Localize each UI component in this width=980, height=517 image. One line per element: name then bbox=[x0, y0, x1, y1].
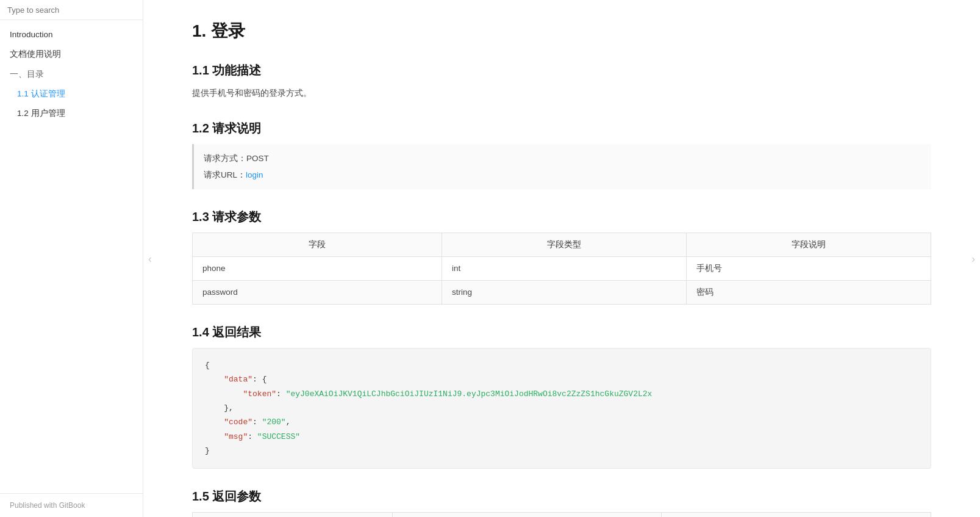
section-title-1-1: 1.1 功能描述 bbox=[192, 62, 931, 79]
sidebar-item-introduction[interactable]: Introduction bbox=[0, 25, 143, 45]
response-params-table: 字段 字段类型 字段说明 tokenstringtoken值 bbox=[192, 512, 931, 517]
request-url-label: 请求URL： bbox=[204, 170, 246, 179]
sidebar-footer: Published with GitBook bbox=[0, 493, 143, 517]
section-title-1-2: 1.2 请求说明 bbox=[192, 120, 931, 137]
section-title-1-5: 1.5 返回参数 bbox=[192, 488, 931, 505]
col-header-field-2: 字段 bbox=[193, 512, 393, 517]
col-header-desc-2: 字段说明 bbox=[662, 512, 931, 517]
section-title-1-4: 1.4 返回结果 bbox=[192, 324, 931, 341]
col-header-field-1: 字段 bbox=[193, 233, 442, 256]
sidebar-item-auth-mgmt[interactable]: 1.1 认证管理 bbox=[0, 84, 143, 104]
col-header-type-1: 字段类型 bbox=[442, 233, 687, 256]
table-cell: phone bbox=[193, 256, 442, 280]
sidebar-item-user-mgmt[interactable]: 1.2 用户管理 bbox=[0, 104, 143, 123]
col-header-desc-1: 字段说明 bbox=[687, 233, 931, 256]
request-url-link[interactable]: login bbox=[246, 170, 263, 179]
request-url-line: 请求URL：login bbox=[204, 167, 921, 183]
table-cell: 手机号 bbox=[687, 256, 931, 280]
search-input[interactable] bbox=[7, 5, 135, 15]
section-title-1-3: 1.3 请求参数 bbox=[192, 209, 931, 225]
prev-arrow[interactable]: ‹ bbox=[143, 247, 157, 270]
sidebar-item-toc[interactable]: 一、目录 bbox=[0, 65, 143, 84]
table-cell: string bbox=[442, 280, 687, 304]
gitbook-credit: Published with GitBook bbox=[10, 501, 85, 510]
table-cell: int bbox=[442, 256, 687, 280]
request-params-table: 字段 字段类型 字段说明 phoneint手机号passwordstring密码 bbox=[192, 233, 931, 305]
table-row: passwordstring密码 bbox=[193, 280, 931, 304]
table-row: phoneint手机号 bbox=[193, 256, 931, 280]
table-cell: 密码 bbox=[687, 280, 931, 304]
section-desc-1-1: 提供手机号和密码的登录方式。 bbox=[192, 86, 931, 101]
response-code-block: { "data": { "token": "eyJ0eXAiOiJKV1QiLC… bbox=[192, 348, 931, 469]
sidebar: Introduction文档使用说明一、目录1.1 认证管理1.2 用户管理 P… bbox=[0, 0, 143, 517]
search-container bbox=[0, 0, 143, 20]
request-info-box: 请求方式：POST 请求URL：login bbox=[192, 144, 931, 189]
main-content: 1. 登录 1.1 功能描述 提供手机号和密码的登录方式。 1.2 请求说明 请… bbox=[192, 20, 931, 517]
sidebar-item-doc-usage[interactable]: 文档使用说明 bbox=[0, 45, 143, 64]
page-title: 1. 登录 bbox=[192, 20, 931, 43]
col-header-type-2: 字段类型 bbox=[392, 512, 662, 517]
sidebar-nav: Introduction文档使用说明一、目录1.1 认证管理1.2 用户管理 bbox=[0, 20, 143, 493]
table-cell: password bbox=[193, 280, 442, 304]
main-content-wrapper: 1. 登录 1.1 功能描述 提供手机号和密码的登录方式。 1.2 请求说明 请… bbox=[143, 0, 980, 517]
next-arrow[interactable]: › bbox=[967, 247, 980, 270]
request-method: 请求方式：POST bbox=[204, 150, 921, 167]
